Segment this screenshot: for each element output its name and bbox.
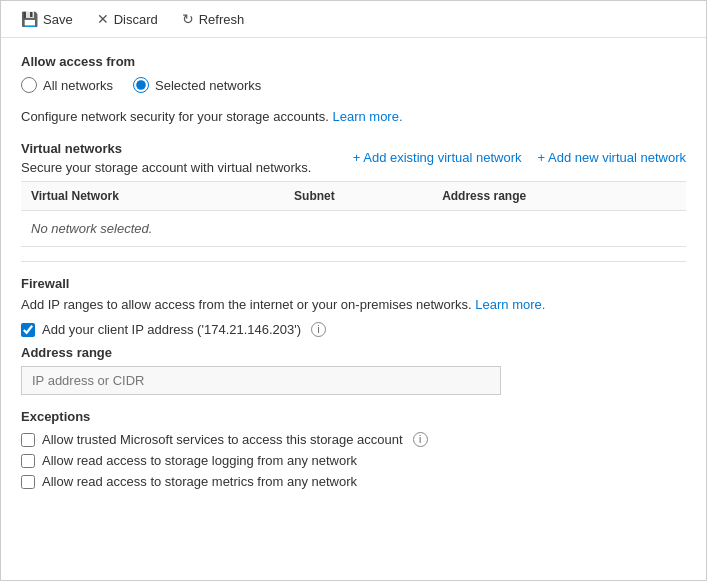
exception-item-2: Allow read access to storage metrics fro…: [21, 474, 686, 489]
col-address-range: Address range: [432, 181, 686, 210]
refresh-label: Refresh: [199, 12, 245, 27]
discard-button[interactable]: ✕ Discard: [93, 9, 162, 29]
client-ip-info-icon[interactable]: i: [311, 322, 326, 337]
radio-all-networks-input[interactable]: [21, 77, 37, 93]
exception-label-1: Allow read access to storage logging fro…: [42, 453, 357, 468]
exception-checkbox-2[interactable]: [21, 475, 35, 489]
toolbar: 💾 Save ✕ Discard ↻ Refresh: [1, 1, 706, 38]
configure-text-span: Configure network security for your stor…: [21, 109, 329, 124]
vnet-section-left: Virtual networks Secure your storage acc…: [21, 141, 311, 175]
exceptions-title: Exceptions: [21, 409, 686, 424]
refresh-icon: ↻: [182, 11, 194, 27]
exception-label-0: Allow trusted Microsoft services to acce…: [42, 432, 403, 447]
exception-checkbox-0[interactable]: [21, 433, 35, 447]
save-button[interactable]: 💾 Save: [17, 9, 77, 29]
main-content: Allow access from All networks Selected …: [1, 38, 706, 511]
exception-info-icon-0[interactable]: i: [413, 432, 428, 447]
vnet-description: Secure your storage account with virtual…: [21, 160, 311, 175]
discard-label: Discard: [114, 12, 158, 27]
refresh-button[interactable]: ↻ Refresh: [178, 9, 249, 29]
selected-networks-label: Selected networks: [155, 78, 261, 93]
vnet-actions: + Add existing virtual network + Add new…: [353, 150, 686, 165]
exception-label-2: Allow read access to storage metrics fro…: [42, 474, 357, 489]
add-new-vnet-link[interactable]: + Add new virtual network: [538, 150, 687, 165]
firewall-learn-more-link[interactable]: Learn more.: [475, 297, 545, 312]
exceptions-section: Exceptions Allow trusted Microsoft servi…: [21, 409, 686, 489]
exception-item-0: Allow trusted Microsoft services to acce…: [21, 432, 686, 447]
section-divider: [21, 261, 686, 262]
firewall-description: Add IP ranges to allow access from the i…: [21, 295, 686, 315]
address-range-label: Address range: [21, 345, 686, 360]
radio-selected-networks-input[interactable]: [133, 77, 149, 93]
add-existing-vnet-link[interactable]: + Add existing virtual network: [353, 150, 522, 165]
radio-selected-networks[interactable]: Selected networks: [133, 77, 261, 93]
no-network-message: No network selected.: [21, 210, 686, 246]
radio-all-networks[interactable]: All networks: [21, 77, 113, 93]
access-radio-group: All networks Selected networks: [21, 77, 686, 93]
vnet-title: Virtual networks: [21, 141, 311, 156]
save-icon: 💾: [21, 11, 38, 27]
firewall-title: Firewall: [21, 276, 686, 291]
no-network-row: No network selected.: [21, 210, 686, 246]
col-virtual-network: Virtual Network: [21, 181, 284, 210]
client-ip-label: Add your client IP address ('174.21.146.…: [42, 322, 301, 337]
address-range-input[interactable]: [21, 366, 501, 395]
firewall-section: Firewall Add IP ranges to allow access f…: [21, 276, 686, 396]
firewall-desc-text: Add IP ranges to allow access from the i…: [21, 297, 472, 312]
vnet-header-row: Virtual networks Secure your storage acc…: [21, 141, 686, 175]
discard-icon: ✕: [97, 11, 109, 27]
configure-description: Configure network security for your stor…: [21, 107, 686, 127]
client-ip-checkbox-row: Add your client IP address ('174.21.146.…: [21, 322, 686, 337]
exception-item-1: Allow read access to storage logging fro…: [21, 453, 686, 468]
exception-checkbox-1[interactable]: [21, 454, 35, 468]
allow-access-label: Allow access from: [21, 54, 686, 69]
vnet-table-header-row: Virtual Network Subnet Address range: [21, 181, 686, 210]
all-networks-label: All networks: [43, 78, 113, 93]
save-label: Save: [43, 12, 73, 27]
client-ip-checkbox[interactable]: [21, 323, 35, 337]
configure-learn-more-link[interactable]: Learn more.: [332, 109, 402, 124]
col-subnet: Subnet: [284, 181, 432, 210]
vnet-table: Virtual Network Subnet Address range No …: [21, 181, 686, 247]
